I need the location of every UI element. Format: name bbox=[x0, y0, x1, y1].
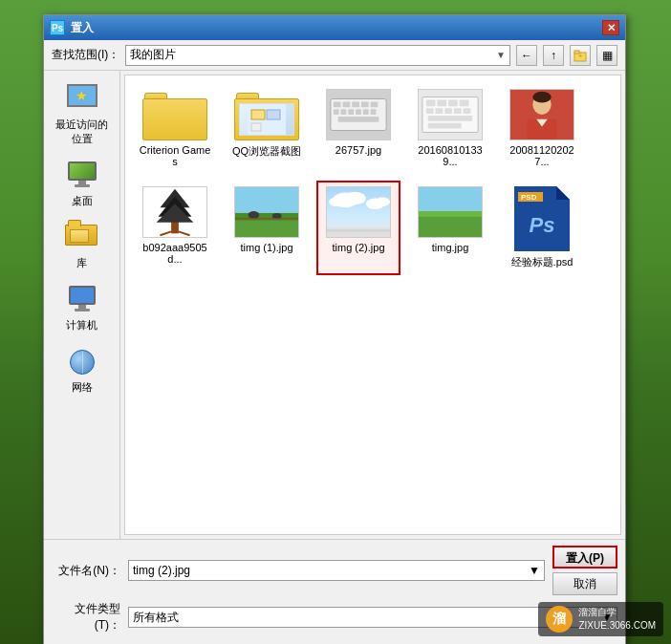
place-button[interactable]: 置入(P) bbox=[552, 546, 617, 569]
checkbox-row: 图像序列 bbox=[52, 639, 617, 644]
sidebar-item-computer[interactable]: 计算机 bbox=[49, 279, 116, 337]
svg-point-36 bbox=[532, 92, 551, 103]
up-button[interactable]: ↑ bbox=[543, 45, 564, 66]
svg-rect-25 bbox=[448, 99, 458, 106]
dialog-overlay: Ps 置入 ✕ 查找范围(I)： 我的图片 ▼ ← ↑ + ▦ bbox=[43, 14, 626, 631]
svg-rect-48 bbox=[235, 213, 298, 221]
svg-rect-30 bbox=[454, 108, 462, 114]
svg-rect-12 bbox=[361, 101, 369, 107]
filetype-row: 文件类型(T)： 所有格式 ▼ bbox=[52, 601, 617, 633]
file-item-qq[interactable]: QQ浏览器截图 bbox=[225, 83, 309, 173]
file-item-tree[interactable]: b092aaa9505d... bbox=[133, 181, 217, 275]
cancel-button[interactable]: 取消 bbox=[552, 572, 617, 595]
svg-rect-19 bbox=[371, 109, 377, 115]
folder-icon-criterion bbox=[142, 89, 207, 140]
back-button[interactable]: ← bbox=[516, 45, 537, 66]
location-combo[interactable]: 我的图片 ▼ bbox=[125, 45, 510, 66]
sidebar: ★ 最近访问的位置 桌面 bbox=[44, 71, 120, 539]
svg-rect-17 bbox=[356, 109, 361, 115]
svg-text:+: + bbox=[578, 53, 582, 59]
svg-rect-15 bbox=[341, 109, 347, 115]
img-thumb-person bbox=[509, 89, 574, 140]
recent-icon: ★ bbox=[63, 83, 101, 116]
svg-rect-27 bbox=[426, 108, 434, 114]
sidebar-label-computer: 计算机 bbox=[66, 318, 97, 333]
file-label-26757: 26757.jpg bbox=[336, 144, 381, 156]
sidebar-item-network[interactable]: 网络 bbox=[49, 341, 116, 399]
action-buttons: 置入(P) 取消 bbox=[552, 546, 617, 595]
file-dialog: Ps 置入 ✕ 查找范围(I)： 我的图片 ▼ ← ↑ + ▦ bbox=[43, 14, 626, 644]
img-thumb-long1 bbox=[418, 89, 483, 140]
watermark-line1: 溜溜自学 bbox=[578, 606, 656, 619]
close-button[interactable]: ✕ bbox=[602, 20, 619, 35]
svg-rect-6 bbox=[251, 123, 261, 131]
svg-rect-10 bbox=[343, 101, 351, 107]
filename-combo-arrow-icon: ▼ bbox=[529, 564, 540, 577]
svg-point-49 bbox=[249, 211, 260, 219]
filename-row: 文件名(N)： timg (2).jpg ▼ 置入(P) 取消 bbox=[52, 546, 617, 595]
file-item-long1[interactable]: 201608101339... bbox=[408, 83, 492, 173]
svg-rect-20 bbox=[338, 117, 379, 122]
svg-rect-11 bbox=[352, 101, 359, 107]
sidebar-label-library: 库 bbox=[76, 256, 87, 270]
svg-point-54 bbox=[343, 192, 365, 205]
main-area: ★ 最近访问的位置 桌面 bbox=[44, 71, 625, 539]
sidebar-label-recent: 最近访问的位置 bbox=[54, 118, 111, 146]
dialog-title: 置入 bbox=[71, 20, 94, 36]
svg-rect-9 bbox=[334, 101, 341, 107]
file-item-person[interactable]: 200811202027... bbox=[500, 83, 584, 173]
watermark-line2: ZIXUE.3066.COM bbox=[578, 619, 656, 633]
view-button[interactable]: ▦ bbox=[596, 45, 617, 66]
file-item-26757[interactable]: 26757.jpg bbox=[316, 83, 400, 173]
file-label-tree: b092aaa9505d... bbox=[139, 242, 211, 265]
toolbar-row: 查找范围(I)： 我的图片 ▼ ← ↑ + ▦ bbox=[44, 40, 625, 71]
svg-rect-33 bbox=[428, 123, 462, 129]
svg-text:PSD: PSD bbox=[521, 193, 537, 202]
svg-marker-64 bbox=[556, 186, 570, 200]
svg-rect-59 bbox=[327, 229, 390, 231]
new-folder-button[interactable]: + bbox=[570, 45, 591, 66]
sidebar-item-recent[interactable]: ★ 最近访问的位置 bbox=[49, 78, 116, 151]
sidebar-item-desktop[interactable]: 桌面 bbox=[49, 155, 116, 213]
watermark-logo: 溜 bbox=[546, 606, 573, 633]
file-grid-area: Criterion Games bbox=[124, 75, 621, 535]
img-thumb-tree bbox=[142, 186, 207, 238]
file-item-timg2[interactable]: timg (2).jpg bbox=[316, 181, 400, 275]
sidebar-label-network: 网络 bbox=[72, 380, 93, 395]
file-item-criterion[interactable]: Criterion Games bbox=[133, 83, 217, 173]
svg-rect-40 bbox=[171, 221, 179, 234]
watermark-text: 溜溜自学 ZIXUE.3066.COM bbox=[578, 606, 656, 633]
folder-icon-qq bbox=[234, 89, 299, 140]
svg-text:Ps: Ps bbox=[530, 213, 555, 237]
file-label-person: 200811202027... bbox=[506, 144, 578, 167]
file-item-timg[interactable]: timg.jpg bbox=[408, 181, 492, 275]
svg-rect-23 bbox=[426, 99, 436, 106]
filename-input[interactable]: timg (2).jpg ▼ bbox=[128, 560, 545, 581]
svg-rect-5 bbox=[267, 110, 280, 119]
watermark: 溜 溜溜自学 ZIXUE.3066.COM bbox=[538, 602, 663, 636]
title-bar-left: Ps 置入 bbox=[50, 20, 94, 36]
file-label-timg1: timg (1).jpg bbox=[240, 242, 292, 253]
svg-rect-16 bbox=[348, 109, 354, 115]
file-label-psd: 经验标题.psd bbox=[511, 255, 574, 269]
svg-rect-14 bbox=[334, 109, 339, 115]
svg-rect-62 bbox=[419, 211, 482, 217]
svg-rect-26 bbox=[460, 99, 469, 106]
file-label-timg: timg.jpg bbox=[432, 242, 469, 253]
file-item-timg1[interactable]: timg (1).jpg bbox=[225, 181, 309, 275]
file-item-psd[interactable]: PSD Ps 经验标题.psd bbox=[500, 181, 584, 275]
svg-rect-4 bbox=[251, 110, 265, 119]
title-bar: Ps 置入 ✕ bbox=[44, 15, 625, 40]
sidebar-item-library[interactable]: 库 bbox=[49, 217, 116, 275]
svg-rect-24 bbox=[437, 99, 446, 106]
img-thumb-26757 bbox=[326, 89, 391, 140]
svg-rect-28 bbox=[435, 108, 443, 114]
svg-rect-18 bbox=[363, 109, 369, 115]
svg-rect-29 bbox=[444, 108, 452, 114]
combo-arrow-icon: ▼ bbox=[496, 50, 506, 60]
file-label-criterion: Criterion Games bbox=[139, 144, 211, 167]
svg-point-55 bbox=[329, 197, 344, 206]
file-label-timg2: timg (2).jpg bbox=[332, 242, 384, 253]
desktop-icon bbox=[63, 160, 101, 192]
file-label-long1: 201608101339... bbox=[414, 144, 487, 167]
